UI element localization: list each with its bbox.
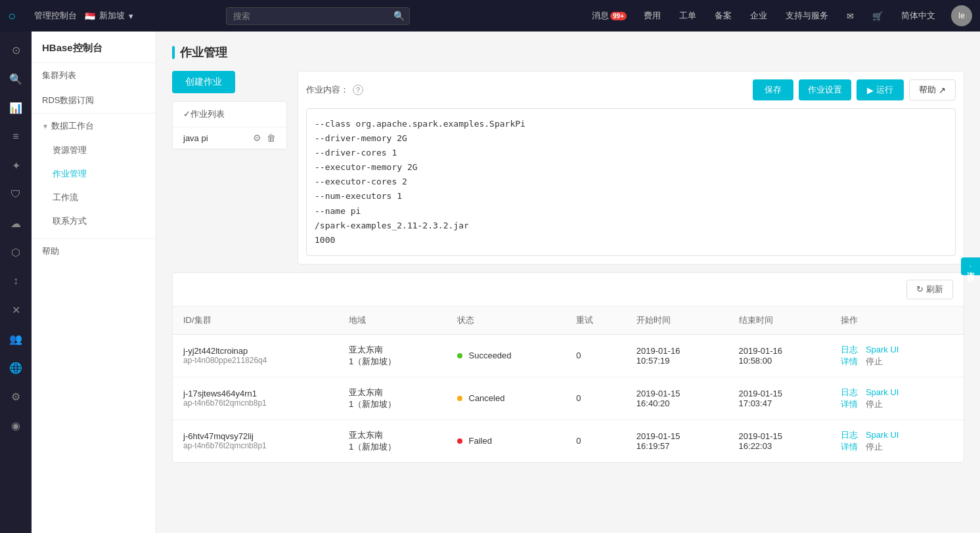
cell-end-time: 2019-01-16 10:58:00 <box>728 334 831 377</box>
sidebar-icon-menu[interactable]: ≡ <box>3 123 29 150</box>
external-link-icon: ↗ <box>939 85 946 95</box>
action-spark-ui[interactable]: Spark UI <box>866 387 899 397</box>
sidebar-icon-hex[interactable]: ⬡ <box>3 239 29 265</box>
nav-cost[interactable]: 费用 <box>636 10 669 22</box>
email-icon[interactable]: ✉ <box>839 11 862 21</box>
sidebar-icon-global[interactable]: 🌐 <box>3 354 29 381</box>
nav-ticket[interactable]: 工单 <box>671 10 704 22</box>
sidebar-item-workflow[interactable]: 工作流 <box>32 186 156 209</box>
page-title-bar: 作业管理 <box>172 45 964 60</box>
logo-icon[interactable]: ○ <box>8 9 16 24</box>
action-detail[interactable]: 详情 <box>841 442 858 452</box>
col-end-time: 结束时间 <box>728 307 831 335</box>
sidebar-icon-close[interactable]: ✕ <box>3 297 29 323</box>
sidebar-item-rds[interactable]: RDS数据订阅 <box>32 88 156 113</box>
cell-start-time: 2019-01-15 16:40:20 <box>626 377 728 419</box>
title-accent-bar <box>172 46 175 59</box>
sidebar-item-resource-management[interactable]: 资源管理 <box>32 139 156 162</box>
sidebar-item-job-management[interactable]: 作业管理 <box>32 162 156 186</box>
run-button[interactable]: ▶ 运行 <box>857 79 904 100</box>
nav-support[interactable]: 支持与服务 <box>778 10 836 22</box>
action-log[interactable]: 日志 <box>841 430 858 440</box>
job-settings-button[interactable]: ⚙ <box>253 133 261 143</box>
action-detail[interactable]: 详情 <box>841 399 858 409</box>
sidebar-item-help[interactable]: 帮助 <box>32 239 156 264</box>
notification-item[interactable]: 消息 99+ <box>585 10 633 22</box>
region-selector[interactable]: 🇸🇬 新加坡 ▾ <box>85 10 133 22</box>
job-content-text: 作业内容： <box>306 84 349 96</box>
refresh-button[interactable]: ↻ 刷新 <box>906 280 953 299</box>
help-button[interactable]: 帮助 ↗ <box>909 79 956 100</box>
action-spark-ui[interactable]: Spark UI <box>866 345 899 354</box>
sidebar-title: HBase控制台 <box>32 32 156 63</box>
col-status: 状态 <box>447 307 566 335</box>
cell-region: 亚太东南 1（新加坡） <box>338 334 447 377</box>
sidebar-icon-shield[interactable]: 🛡 <box>3 181 29 207</box>
search-icon: 🔍 <box>393 11 405 21</box>
table-row: j-6htv47mqvsy72lij ap-t4n6b76t2qmcnb8p1 … <box>173 419 964 462</box>
sidebar-icon-users[interactable]: 👥 <box>3 326 29 352</box>
user-avatar[interactable]: Ie <box>951 5 972 26</box>
nav-filing[interactable]: 备案 <box>707 10 740 22</box>
notification-badge: 99+ <box>610 12 627 20</box>
cell-region: 亚太东南 1（新加坡） <box>338 377 447 419</box>
nav-management-console[interactable]: 管理控制台 <box>26 10 85 22</box>
action-detail[interactable]: 详情 <box>841 356 858 366</box>
sidebar-item-contact[interactable]: 联系方式 <box>32 209 156 233</box>
col-retry: 重试 <box>566 307 626 335</box>
sidebar-icon-home[interactable]: ⊙ <box>3 37 29 63</box>
job-name-label: java pi <box>183 133 208 143</box>
cell-status: Canceled <box>447 377 566 419</box>
save-button[interactable]: 保存 <box>753 79 793 100</box>
create-job-button[interactable]: 创建作业 <box>172 71 235 93</box>
cell-end-time: 2019-01-15 16:22:03 <box>728 419 831 462</box>
status-text: Failed <box>469 436 492 446</box>
sidebar-icon-spark[interactable]: ✦ <box>3 152 29 179</box>
action-log[interactable]: 日志 <box>841 345 858 354</box>
nav-enterprise[interactable]: 企业 <box>742 10 775 22</box>
action-stop[interactable]: 停止 <box>866 356 883 366</box>
cart-icon[interactable]: 🛒 <box>864 11 891 21</box>
sidebar-item-cluster-list[interactable]: 集群列表 <box>32 63 156 88</box>
job-delete-button[interactable]: 🗑 <box>267 133 276 143</box>
help-icon[interactable]: ? <box>353 85 363 95</box>
sidebar-icon-search[interactable]: 🔍 <box>3 66 29 92</box>
sidebar-icon-transfer[interactable]: ↕ <box>3 268 29 294</box>
top-right-items: 消息 99+ 费用 工单 备案 企业 支持与服务 ✉ 🛒 简体中文 Ie <box>585 5 972 26</box>
sidebar-icon-circle[interactable]: ◉ <box>3 412 29 438</box>
sidebar-section-data-workbench[interactable]: ▼ 数据工作台 <box>32 114 156 139</box>
section-label: 数据工作台 <box>51 120 94 132</box>
refresh-icon: ↻ <box>916 284 924 294</box>
table-row: j-17sjtews464y4rn1 ap-t4n6b76t2qmcnb8p1 … <box>173 377 964 419</box>
sidebar-icon-settings[interactable]: ⚙ <box>3 383 29 410</box>
job-list-header[interactable]: ✓作业列表 <box>173 102 286 127</box>
cell-retry: 0 <box>566 334 626 377</box>
col-id-cluster: ID/集群 <box>173 307 338 335</box>
col-start-time: 开始时间 <box>626 307 728 335</box>
search-input[interactable] <box>226 7 410 25</box>
region-flag: 🇸🇬 <box>85 11 95 21</box>
cell-id: j-17sjtews464y4rn1 ap-t4n6b76t2qmcnb8p1 <box>173 377 338 419</box>
job-setting-button[interactable]: 作业设置 <box>799 79 851 100</box>
status-dot <box>457 438 462 444</box>
col-region: 地域 <box>338 307 447 335</box>
sidebar-icon-monitor[interactable]: 📊 <box>3 95 29 121</box>
page-title: 作业管理 <box>180 45 227 60</box>
action-log[interactable]: 日志 <box>841 387 858 397</box>
cell-actions: 日志 Spark UI 详情 停止 <box>830 377 964 419</box>
region-dropdown-icon: ▾ <box>129 11 133 21</box>
action-stop[interactable]: 停止 <box>866 399 883 409</box>
table-header: ID/集群 地域 状态 重试 开始时间 结束时间 操作 <box>173 307 964 335</box>
cell-id: j-6htv47mqvsy72lij ap-t4n6b76t2qmcnb8p1 <box>173 419 338 462</box>
nav-language[interactable]: 简体中文 <box>893 10 943 22</box>
action-spark-ui[interactable]: Spark UI <box>866 430 899 440</box>
help-label: 帮助 <box>919 84 936 96</box>
action-stop[interactable]: 停止 <box>866 442 883 452</box>
main-layout: ⊙ 🔍 📊 ≡ ✦ 🛡 ☁ ⬡ ↕ ✕ 👥 🌐 ⚙ ◉ HBase控制台 集群列… <box>0 32 980 533</box>
cell-start-time: 2019-01-16 10:57:19 <box>626 334 728 377</box>
run-label: 运行 <box>876 84 893 96</box>
code-editor[interactable]: --class org.apache.spark.examples.SparkP… <box>306 108 956 256</box>
sidebar-icon-cloud[interactable]: ☁ <box>3 210 29 236</box>
run-icon: ▶ <box>867 85 874 95</box>
float-advisor[interactable]: 咨询·建议 <box>961 257 980 275</box>
